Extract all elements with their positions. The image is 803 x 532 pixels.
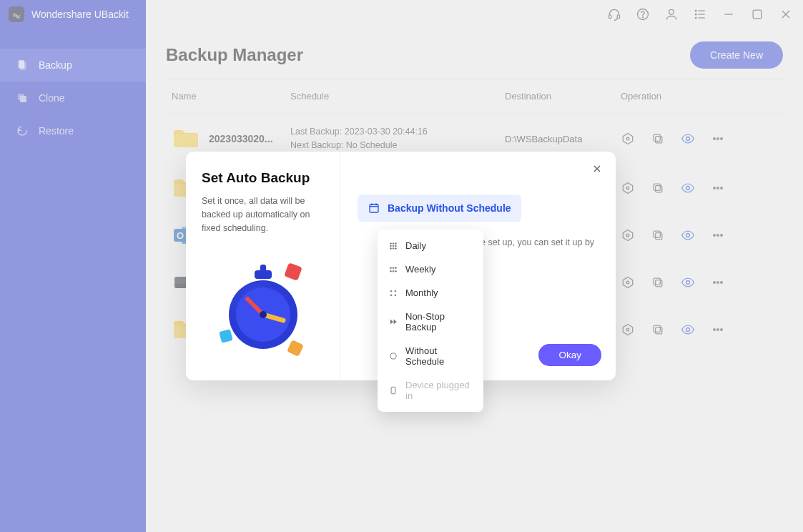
svg-rect-83 [370,205,378,212]
svg-point-98 [395,267,397,268]
svg-point-92 [395,245,397,247]
svg-point-80 [260,311,267,318]
svg-point-91 [393,245,394,247]
modal-hint-text: e set up, you can set it up by [481,236,602,250]
svg-rect-71 [219,329,233,343]
schedule-selector-button[interactable]: Backup Without Schedule [358,194,521,222]
dropdown-item-label: Without Schedule [405,345,473,367]
dropdown-item-label: Daily [405,240,426,251]
dropdown-item-label: Non-Stop Backup [405,311,473,332]
svg-point-106 [390,353,396,359]
svg-point-95 [395,247,397,249]
svg-point-105 [395,295,396,296]
dropdown-item-nonstop[interactable]: Non-Stop Backup [378,305,483,339]
svg-point-88 [393,242,394,244]
svg-point-100 [393,270,394,272]
dropdown-item-weekly[interactable]: Weekly [378,257,483,281]
modal-left-panel: Set Auto Backup Set it once, all data wi… [186,152,340,380]
dropdown-item-label: Device plugged in [405,380,473,401]
schedule-dropdown: Daily Weekly Monthly Non-Stop Backup Wit… [378,230,483,412]
dropdown-item-label: Weekly [405,264,435,275]
svg-point-87 [390,242,392,244]
svg-point-93 [390,247,392,249]
grid-dots-icon [388,265,398,275]
svg-rect-72 [287,340,304,357]
svg-rect-107 [391,387,395,393]
schedule-chip-label: Backup Without Schedule [388,202,511,214]
dropdown-item-daily[interactable]: Daily [378,234,483,257]
modal-description: Set it once, all data will be backed up … [202,194,324,235]
svg-point-101 [395,270,397,272]
dropdown-item-monthly[interactable]: Monthly [378,281,483,305]
grid-dots-icon [388,241,398,251]
modal-close-button[interactable] [591,163,603,174]
dropdown-item-device: Device plugged in [378,373,483,408]
svg-point-90 [390,245,392,247]
modal-title: Set Auto Backup [202,170,324,186]
svg-point-94 [393,247,394,249]
svg-rect-77 [260,265,266,272]
okay-button[interactable]: Okay [538,344,601,366]
dropdown-item-without[interactable]: Without Schedule [378,339,483,373]
svg-rect-70 [284,262,302,281]
svg-point-96 [390,267,392,268]
fast-forward-icon [388,317,398,327]
clock-illustration-icon [202,252,324,366]
circle-outline-icon [388,351,398,361]
grid-dots-icon [388,288,398,298]
svg-point-89 [395,242,397,244]
dropdown-item-label: Monthly [405,287,438,298]
svg-point-97 [393,267,394,268]
device-icon [388,385,398,395]
svg-point-103 [395,290,396,292]
svg-point-99 [390,270,392,272]
svg-point-102 [390,290,392,292]
calendar-icon [368,202,380,215]
svg-point-104 [390,295,392,296]
